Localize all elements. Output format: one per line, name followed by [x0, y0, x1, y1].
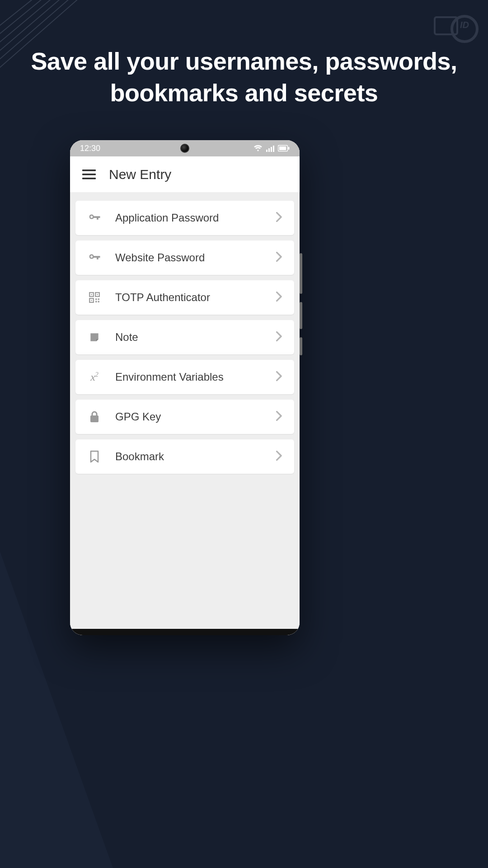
- chevron-right-icon: [276, 411, 285, 423]
- entry-label: TOTP Authenticator: [115, 291, 276, 304]
- hamburger-icon: [82, 170, 96, 179]
- entry-label: Environment Variables: [115, 371, 276, 383]
- key-icon: [84, 251, 104, 264]
- svg-rect-21: [95, 301, 97, 302]
- entry-environment-variables[interactable]: x2 Environment Variables: [75, 360, 294, 394]
- svg-rect-6: [273, 146, 274, 152]
- chevron-right-icon: [276, 212, 285, 224]
- entry-application-password[interactable]: Application Password: [75, 201, 294, 235]
- entry-gpg-key[interactable]: GPG Key: [75, 400, 294, 434]
- entry-label: Application Password: [115, 212, 276, 224]
- entry-bookmark[interactable]: Bookmark: [75, 439, 294, 474]
- svg-rect-23: [90, 415, 99, 422]
- marketing-headline: Save all your usernames, passwords, book…: [0, 45, 488, 108]
- front-camera: [180, 144, 189, 153]
- svg-rect-18: [91, 300, 92, 301]
- entry-totp-authenticator[interactable]: TOTP Authenticator: [75, 280, 294, 315]
- svg-rect-10: [82, 170, 96, 171]
- lock-icon: [84, 410, 104, 423]
- chevron-right-icon: [276, 371, 285, 383]
- bookmark-icon: [84, 450, 104, 463]
- entry-label: GPG Key: [115, 410, 276, 423]
- svg-rect-22: [98, 301, 99, 302]
- chevron-right-icon: [276, 252, 285, 264]
- svg-rect-12: [82, 178, 96, 179]
- svg-rect-3: [266, 150, 267, 152]
- entry-label: Bookmark: [115, 450, 276, 463]
- status-time: 12:30: [80, 144, 100, 153]
- svg-rect-0: [435, 17, 457, 34]
- chevron-right-icon: [276, 451, 285, 462]
- status-bar: 12:30: [70, 140, 300, 156]
- phone-side-button: [300, 253, 302, 294]
- chevron-right-icon: [276, 292, 285, 303]
- app-header: New Entry: [70, 156, 300, 193]
- svg-rect-8: [279, 146, 286, 150]
- svg-text:ID: ID: [460, 20, 469, 30]
- svg-rect-5: [271, 147, 272, 152]
- entry-label: Website Password: [115, 251, 276, 264]
- phone-frame: 12:30 New: [70, 140, 300, 635]
- svg-rect-17: [97, 294, 98, 295]
- signal-icon: [266, 145, 274, 152]
- page-title: New Entry: [109, 167, 171, 182]
- wifi-icon: [253, 145, 263, 152]
- svg-rect-16: [91, 294, 92, 295]
- entry-label: Note: [115, 331, 276, 344]
- chevron-right-icon: [276, 331, 285, 343]
- svg-point-1: [452, 16, 477, 42]
- entry-website-password[interactable]: Website Password: [75, 241, 294, 275]
- entry-type-list: Application Password Website Password: [70, 193, 300, 629]
- svg-rect-9: [288, 147, 290, 150]
- phone-side-button: [300, 302, 302, 329]
- svg-rect-4: [268, 148, 270, 152]
- note-icon: [84, 331, 104, 343]
- android-nav-bar: [70, 629, 300, 635]
- battery-icon: [278, 145, 290, 152]
- key-icon: [84, 211, 104, 225]
- svg-rect-20: [98, 298, 99, 300]
- qr-icon: [84, 292, 104, 303]
- x-squared-icon: x2: [84, 372, 104, 382]
- svg-rect-11: [82, 174, 96, 175]
- phone-side-button: [300, 337, 302, 355]
- svg-rect-19: [95, 298, 97, 300]
- entry-note[interactable]: Note: [75, 320, 294, 354]
- menu-button[interactable]: [78, 164, 100, 185]
- id-badge-icon: ID: [434, 14, 479, 45]
